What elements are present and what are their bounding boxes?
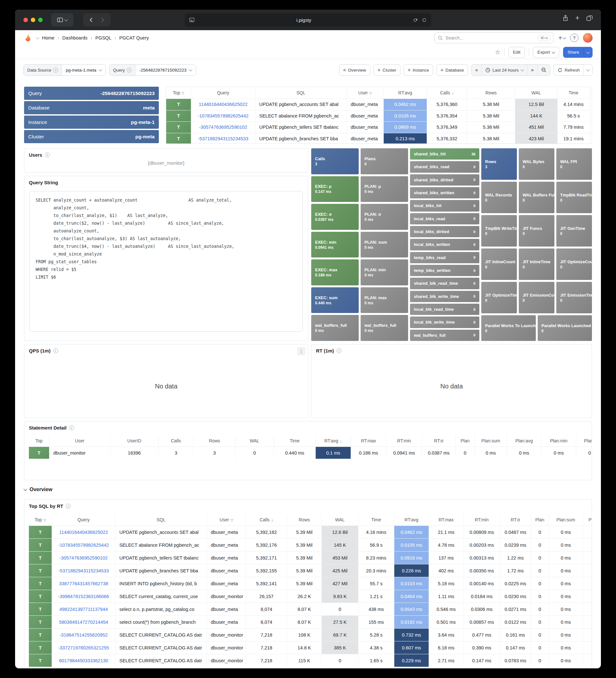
top-badge[interactable]: T: [29, 526, 52, 538]
column-header[interactable]: Rows: [287, 514, 322, 526]
breadcrumb-pgsql[interactable]: PGSQL: [95, 35, 111, 40]
column-header[interactable]: User: [207, 514, 246, 526]
column-header[interactable]: Time: [558, 87, 590, 99]
top-badge[interactable]: T: [29, 615, 52, 628]
column-header[interactable]: Plan:sum: [475, 435, 507, 447]
column-header[interactable]: WAL: [322, 514, 358, 526]
time-range-button[interactable]: Last 24 hours: [482, 65, 528, 75]
column-header[interactable]: Top: [166, 87, 191, 99]
grafana-logo[interactable]: [24, 33, 32, 42]
column-header[interactable]: Time: [358, 514, 394, 526]
top-badge[interactable]: T: [29, 577, 52, 590]
top-badge[interactable]: T: [29, 628, 52, 641]
forward-icon[interactable]: [101, 17, 104, 23]
query-link[interactable]: 6017984450333362130: [52, 654, 116, 667]
info-icon[interactable]: i: [69, 425, 74, 430]
reload-icon[interactable]: [422, 17, 427, 23]
column-header[interactable]: Plan:sum: [549, 514, 583, 526]
time-shift-back-button[interactable]: «: [471, 65, 482, 75]
sidebar-toggle-button[interactable]: [51, 13, 74, 27]
favorite-star-icon[interactable]: ☆: [495, 48, 500, 56]
query-link[interactable]: -5371882943115234533: [191, 133, 255, 144]
column-header[interactable]: Plan:avg: [507, 435, 542, 447]
query-link[interactable]: -3998478152363186066: [52, 590, 116, 603]
refresh-button[interactable]: Refresh: [554, 65, 584, 75]
column-header[interactable]: Query: [52, 514, 116, 526]
view-link-button[interactable]: ≡Cluster: [373, 64, 400, 76]
query-select[interactable]: -2564822876715092223: [135, 65, 196, 75]
reader-icon[interactable]: [189, 17, 195, 22]
column-header[interactable]: Top: [29, 435, 49, 447]
column-header[interactable]: RT:σ: [422, 435, 456, 447]
refresh-interval-button[interactable]: [584, 65, 592, 75]
column-header[interactable]: SQL: [255, 87, 347, 99]
zoom-window-button[interactable]: [38, 17, 43, 22]
column-header[interactable]: RT:max: [351, 435, 386, 447]
top-badge[interactable]: T: [166, 110, 191, 122]
export-button[interactable]: Export: [533, 47, 559, 58]
column-header[interactable]: Calls: [246, 514, 287, 526]
column-header[interactable]: Calls: [427, 87, 467, 99]
help-icon[interactable]: ?: [570, 34, 578, 42]
query-link[interactable]: -1078345578982625442: [191, 110, 255, 122]
top-badge[interactable]: T: [166, 133, 191, 144]
column-header[interactable]: SQL: [116, 514, 207, 526]
view-link-button[interactable]: ≡Database: [436, 64, 468, 76]
column-header[interactable]: Plan: [456, 435, 475, 447]
column-header[interactable]: Plan:min: [542, 435, 576, 447]
top-badge[interactable]: T: [29, 564, 52, 577]
info-icon[interactable]: i: [66, 504, 71, 509]
column-header[interactable]: RT:avg: [316, 435, 351, 447]
query-link[interactable]: -305747636952590102: [191, 121, 255, 133]
top-badge[interactable]: T: [29, 538, 52, 551]
sql-code-box[interactable]: SELECT analyze_count + autoanalyze_count…: [30, 191, 303, 332]
column-header[interactable]: Time: [274, 435, 316, 447]
info-icon[interactable]: i: [336, 348, 341, 353]
column-header[interactable]: Plan:max: [576, 435, 591, 447]
time-shift-forward-button[interactable]: »: [528, 65, 538, 75]
top-badge[interactable]: T: [29, 603, 52, 615]
query-link[interactable]: -305747636952590102: [52, 551, 116, 564]
breadcrumb-home[interactable]: Home: [42, 35, 54, 40]
org-switcher-icon[interactable]: [36, 36, 39, 39]
query-link[interactable]: -5371882943115234533: [52, 564, 116, 577]
column-header[interactable]: RT:avg: [384, 87, 427, 99]
extensions-icon[interactable]: [413, 17, 419, 23]
info-icon[interactable]: i: [53, 68, 58, 73]
edit-button[interactable]: Edit: [508, 47, 525, 58]
share-button[interactable]: Share: [563, 47, 584, 58]
column-header[interactable]: RT:avg: [394, 514, 429, 526]
column-header[interactable]: RT:max: [429, 514, 464, 526]
data-source-select[interactable]: pg-meta-1.meta: [62, 65, 106, 75]
share-menu-button[interactable]: [584, 47, 592, 58]
url-bar[interactable]: i.pigsty: [185, 13, 431, 27]
top-badge[interactable]: T: [29, 654, 52, 667]
column-header[interactable]: User: [49, 435, 110, 447]
avatar[interactable]: [583, 33, 592, 43]
query-link[interactable]: 5803849147270214454: [52, 615, 116, 628]
new-tab-icon[interactable]: +: [575, 15, 579, 21]
column-header[interactable]: Rows: [194, 435, 236, 447]
column-header[interactable]: WAL: [236, 435, 274, 447]
query-link[interactable]: -3372719780265321255: [52, 641, 116, 654]
query-link[interactable]: 3387776431457662738: [52, 577, 116, 590]
query-link[interactable]: -318647514255820952: [52, 628, 116, 641]
share-icon[interactable]: [563, 15, 568, 21]
query-link[interactable]: 1144016440436625022: [52, 526, 116, 538]
column-header[interactable]: RT:min: [386, 435, 422, 447]
view-link-button[interactable]: ≡Instance: [404, 64, 433, 76]
column-header[interactable]: RT:σ: [500, 514, 531, 526]
search-input[interactable]: Search... ⌘+k: [435, 32, 554, 43]
view-link-button[interactable]: ≡Overview: [339, 64, 370, 76]
zoom-out-button[interactable]: [538, 65, 550, 75]
overview-section-toggle[interactable]: Overview: [24, 487, 52, 492]
query-link[interactable]: -1078345578982625442: [52, 538, 116, 551]
top-badge[interactable]: T: [29, 590, 52, 603]
column-header[interactable]: Plan:avg: [583, 514, 591, 526]
close-window-button[interactable]: [24, 17, 28, 22]
back-icon[interactable]: [89, 17, 93, 23]
top-badge[interactable]: T: [29, 551, 52, 564]
minimize-window-button[interactable]: [31, 17, 35, 22]
column-header[interactable]: Plan: [531, 514, 549, 526]
breadcrumb-dashboards[interactable]: Dashboards: [62, 35, 87, 40]
